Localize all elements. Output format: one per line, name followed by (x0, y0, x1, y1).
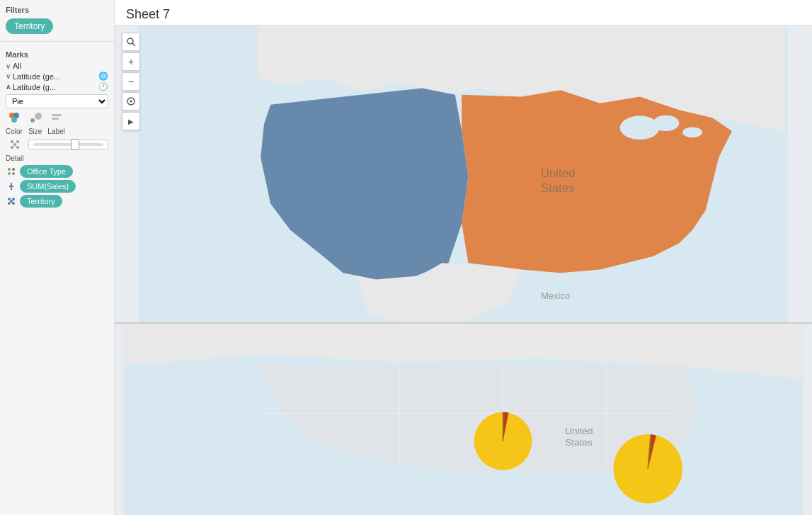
label-icon (50, 111, 63, 126)
svg-point-29 (682, 127, 702, 137)
sum-sales-row: SUM(Sales) (6, 180, 108, 193)
svg-text:United: United (565, 426, 593, 436)
globe-icon: 🌐 (98, 72, 108, 81)
top-map-svg: United States Mexico (115, 26, 812, 322)
zoom-out-btn[interactable]: − (122, 72, 140, 91)
svg-rect-6 (52, 118, 59, 120)
latitude-g-row: ∧ Latitude (g... 🕐 (6, 82, 108, 91)
detail-btn[interactable]: Detail (6, 138, 24, 162)
svg-point-3 (30, 118, 35, 123)
territory-marks-pill[interactable]: Territory (20, 195, 62, 208)
svg-point-2 (11, 117, 17, 123)
svg-point-21 (127, 38, 133, 44)
svg-text:States: States (565, 437, 593, 448)
lat-gen-caret: ∨ (6, 72, 11, 80)
office-type-row: Office Type (6, 165, 108, 178)
territory-filter-pill[interactable]: Territory (6, 18, 53, 34)
bottom-map[interactable]: United States (115, 324, 812, 515)
reset-btn[interactable] (122, 92, 140, 111)
marks-header: Marks (6, 50, 108, 59)
top-map[interactable]: + − ▶ (115, 26, 812, 324)
office-type-icon (6, 166, 17, 177)
size-btn[interactable]: Size (28, 111, 42, 135)
pie-chart-left[interactable] (474, 412, 532, 470)
svg-line-22 (132, 43, 135, 46)
map-area: + − ▶ (115, 26, 812, 515)
clock-icon: 🕐 (98, 82, 108, 91)
svg-point-14 (8, 172, 11, 175)
color-btn[interactable]: Color (6, 111, 23, 135)
size-slider-container (28, 140, 108, 149)
main-content: Sheet 7 + − (115, 0, 812, 515)
size-icon (29, 111, 42, 126)
svg-point-27 (620, 116, 660, 140)
svg-text:United: United (541, 166, 575, 180)
svg-point-15 (12, 172, 15, 175)
color-icon (8, 111, 21, 126)
lat-g-caret: ∧ (6, 83, 11, 91)
filters-section: Filters Territory (0, 0, 114, 37)
svg-point-11 (13, 143, 16, 146)
label-label: Label (47, 128, 64, 135)
sidebar: Filters Territory Marks ∨ All ∨ Latitude… (0, 0, 115, 515)
filters-label: Filters (6, 6, 108, 14)
detail-label: Detail (6, 154, 24, 162)
bottom-map-svg: United States (115, 324, 812, 515)
map-controls: + − ▶ (122, 33, 140, 130)
size-label: Size (28, 128, 42, 135)
office-type-pill[interactable]: Office Type (20, 165, 73, 178)
marks-icons-row: Color Size Label (6, 111, 108, 135)
svg-point-13 (12, 168, 15, 171)
slider-thumb (71, 139, 79, 150)
svg-point-7 (11, 140, 13, 143)
svg-point-10 (16, 146, 19, 149)
svg-point-19 (12, 202, 15, 205)
detail-icon (8, 138, 21, 153)
sheet-title: Sheet 7 (115, 0, 812, 26)
zoom-in-btn[interactable]: + (122, 52, 140, 71)
sum-sales-pill[interactable]: SUM(Sales) (20, 180, 76, 193)
latitude-gen-row: ∨ Latitude (ge... 🌐 (6, 72, 108, 81)
play-btn[interactable]: ▶ (122, 112, 140, 130)
svg-point-18 (8, 202, 11, 205)
pie-select-row: Pie Bar Line (6, 94, 108, 108)
svg-point-8 (16, 140, 19, 143)
latitude-g-label: Latitude (g... (13, 83, 56, 91)
territory-row: Territory (6, 195, 108, 208)
marks-section: Marks ∨ All ∨ Latitude (ge... 🌐 ∧ Latitu… (0, 46, 114, 214)
svg-point-4 (35, 113, 42, 120)
svg-point-12 (8, 168, 11, 171)
label-btn[interactable]: Label (47, 111, 64, 135)
search-btn[interactable] (122, 33, 140, 51)
svg-rect-5 (52, 114, 62, 116)
pie-chart-right[interactable] (614, 434, 682, 503)
svg-point-20 (10, 200, 13, 203)
size-slider[interactable] (33, 143, 103, 146)
svg-point-16 (8, 198, 11, 200)
marks-all-row: ∨ All (6, 62, 108, 70)
latitude-gen-label: Latitude (ge... (13, 72, 60, 81)
all-label: All (13, 62, 21, 70)
svg-point-28 (653, 115, 679, 131)
sum-sales-icon (6, 181, 17, 192)
territory-dot-icon (6, 196, 17, 207)
color-label: Color (6, 128, 23, 135)
svg-text:States: States (541, 181, 575, 195)
pie-select[interactable]: Pie Bar Line (6, 94, 108, 108)
all-caret: ∨ (6, 62, 11, 70)
svg-point-17 (12, 198, 15, 200)
svg-text:Mexico: Mexico (541, 290, 570, 301)
svg-point-9 (11, 146, 13, 149)
